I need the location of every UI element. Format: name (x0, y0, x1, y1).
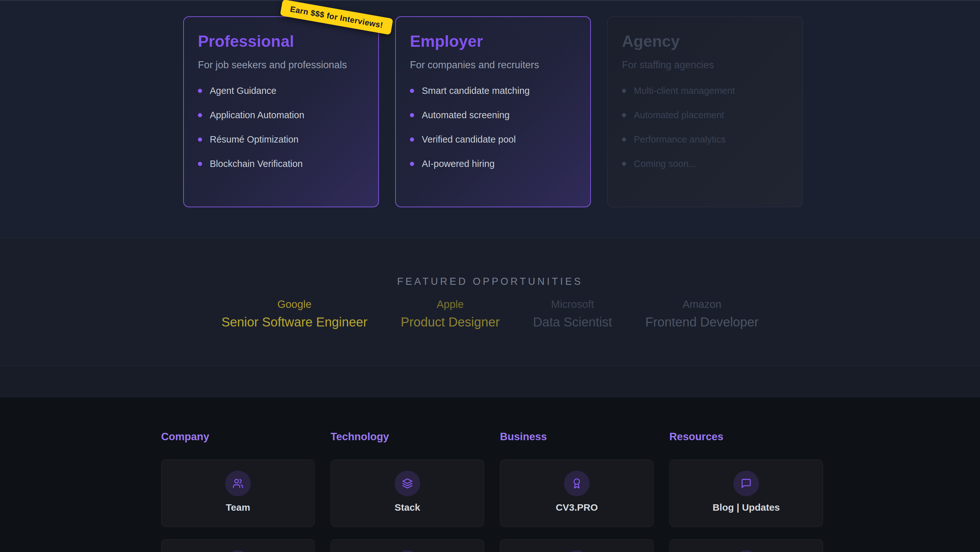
plan-feature-label: Automated placement (634, 110, 724, 120)
featured-item-microsoft[interactable]: Microsoft Data Scientist (533, 298, 612, 329)
plan-feature-label: Agent Guidance (210, 86, 276, 96)
plan-feature-label: AI-powered hiring (422, 159, 495, 169)
plan-feature-list: Multi-client management Automated placem… (622, 86, 788, 169)
bullet-dot-icon (622, 137, 626, 142)
plan-feature-label: Smart candidate matching (422, 86, 530, 96)
bullet-dot-icon (622, 89, 626, 93)
featured-item-apple[interactable]: Apple Product Designer (401, 298, 500, 329)
award-icon (564, 471, 590, 496)
footer-card-partial[interactable] (331, 539, 484, 552)
plan-feature-label: Automated screening (422, 110, 509, 120)
featured-items-row: Google Senior Software Engineer Apple Pr… (0, 298, 980, 329)
footer-column-title: Company (161, 431, 315, 443)
featured-heading: FEATURED OPPORTUNITIES (0, 276, 980, 287)
layers-icon (395, 471, 420, 496)
footer-column-title: Business (500, 431, 654, 443)
footer-card-label: Team (161, 502, 315, 513)
featured-opportunities-section: FEATURED OPPORTUNITIES Google Senior Sof… (0, 238, 980, 366)
featured-item-amazon[interactable]: Amazon Frontend Developer (645, 298, 759, 329)
plan-feature: Automated screening (410, 110, 576, 120)
plan-description: For staffing agencies (622, 59, 788, 71)
plan-title: Employer (410, 32, 576, 51)
hidden-icon (225, 550, 251, 552)
plan-feature: Blockchain Verification (198, 159, 364, 169)
divider-strip (0, 366, 980, 397)
plan-feature-label: Performance analytics (634, 134, 726, 145)
plan-feature-label: Blockchain Verification (210, 159, 303, 169)
featured-company: Amazon (645, 298, 759, 310)
plan-feature-label: Coming soon... (634, 159, 696, 169)
footer-column-technology: Technology Stack (331, 431, 484, 552)
plan-feature: Application Automation (198, 110, 364, 120)
bullet-dot-icon (198, 137, 202, 142)
plan-feature-label: Multi-client management (634, 86, 735, 96)
plan-feature: Agent Guidance (198, 86, 364, 96)
plan-feature: Multi-client management (622, 86, 788, 96)
bullet-dot-icon (622, 113, 626, 117)
footer-column-business: Business CV3.PRO (500, 431, 654, 552)
plan-feature-list: Agent Guidance Application Automation Ré… (198, 86, 364, 169)
footer-column-resources: Resources Blog | Updates (669, 431, 823, 552)
plan-title: Professional (198, 32, 364, 51)
footer-card-label: Stack (331, 502, 484, 513)
featured-item-google[interactable]: Google Senior Software Engineer (221, 298, 368, 329)
plan-feature-list: Smart candidate matching Automated scree… (410, 86, 576, 169)
featured-role: Product Designer (401, 315, 500, 329)
plan-card-professional[interactable]: Professional For job seekers and profess… (183, 16, 379, 207)
footer-column-company: Company Team (161, 431, 315, 552)
plan-feature: Smart candidate matching (410, 86, 576, 96)
plan-feature: Performance analytics (622, 134, 788, 145)
hidden-icon (395, 550, 420, 552)
users-icon (225, 471, 251, 496)
plan-feature: AI-powered hiring (410, 159, 576, 169)
footer-card-blog[interactable]: Blog | Updates (669, 459, 823, 527)
plan-cards-row: Professional For job seekers and profess… (183, 16, 803, 207)
footer-card-stack[interactable]: Stack (331, 459, 484, 527)
plan-feature: Automated placement (622, 110, 788, 120)
footer-card-partial[interactable] (161, 539, 315, 552)
plan-feature: Verified candidate pool (410, 134, 576, 145)
plan-feature-label: Application Automation (210, 110, 304, 120)
footer-card-partial[interactable] (500, 539, 654, 552)
plan-feature: Coming soon... (622, 159, 788, 169)
featured-role: Data Scientist (533, 315, 612, 329)
footer-column-title: Technology (331, 431, 484, 443)
footer-card-label: CV3.PRO (500, 502, 653, 513)
plan-description: For companies and recruiters (410, 59, 576, 71)
footer-card-team[interactable]: Team (161, 459, 315, 527)
featured-company: Apple (401, 298, 500, 310)
footer-card-label: Blog | Updates (670, 502, 823, 513)
bullet-dot-icon (198, 162, 202, 166)
plan-card-employer[interactable]: Employer For companies and recruiters Sm… (395, 16, 591, 207)
hidden-icon (564, 550, 590, 552)
featured-role: Frontend Developer (645, 315, 759, 329)
bullet-dot-icon (410, 113, 414, 117)
plan-feature-label: Verified candidate pool (422, 134, 515, 145)
site-footer: Company Team (0, 397, 980, 552)
hidden-icon (733, 550, 759, 552)
bullet-dot-icon (198, 89, 202, 93)
plan-feature-label: Résumé Optimization (210, 134, 299, 145)
bullet-dot-icon (198, 113, 202, 117)
plan-title: Agency (622, 32, 788, 51)
bullet-dot-icon (622, 162, 626, 166)
featured-company: Microsoft (533, 298, 612, 310)
footer-grid: Company Team (161, 431, 823, 552)
bullet-dot-icon (410, 89, 414, 93)
bullet-dot-icon (410, 162, 414, 166)
footer-card-cv3pro[interactable]: CV3.PRO (500, 459, 654, 527)
plan-description: For job seekers and professionals (198, 59, 364, 71)
footer-card-partial[interactable] (669, 539, 823, 552)
pricing-section: Professional For job seekers and profess… (0, 0, 980, 238)
message-icon (733, 471, 759, 496)
bullet-dot-icon (410, 137, 414, 142)
featured-company: Google (221, 298, 368, 310)
plan-feature: Résumé Optimization (198, 134, 364, 145)
footer-column-title: Resources (669, 431, 823, 443)
featured-role: Senior Software Engineer (221, 315, 368, 329)
plan-card-agency: Agency For staffing agencies Multi-clien… (607, 16, 803, 207)
